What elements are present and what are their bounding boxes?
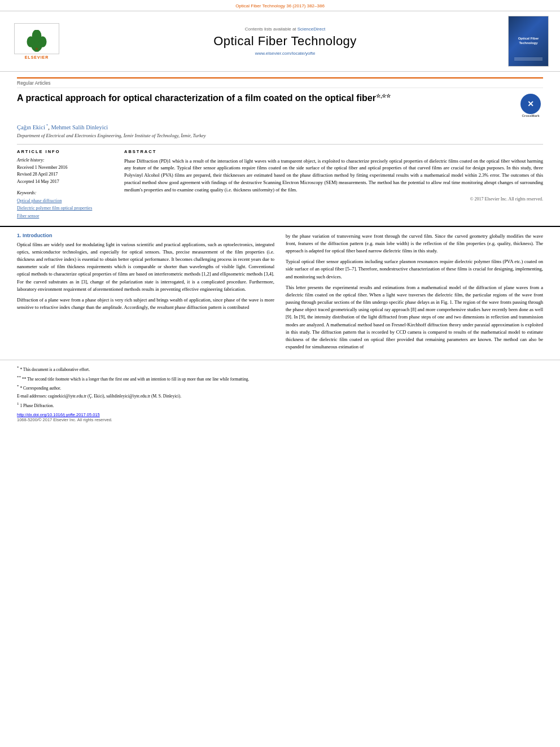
body-section: 1. Introduction Optical films are widely… <box>0 226 560 355</box>
cover-line1: Optical Fiber <box>518 37 539 40</box>
abstract-text: Phase Diffraction (PD)1 which is a resul… <box>124 158 543 194</box>
cover-decoration <box>509 58 548 60</box>
cover-line-deco <box>514 60 542 60</box>
crossmark-label: CrossMark <box>522 114 539 119</box>
footnote-text-3: * Corresponding author. <box>20 386 61 391</box>
keyword-1[interactable]: Optical phase diffraction <box>17 197 113 205</box>
intro-para-1: Optical films are widely used for modula… <box>17 241 274 293</box>
footnote-4: E-mail addresses: caginekici@iyte.edu.tr… <box>17 393 543 400</box>
divider-1 <box>17 144 543 145</box>
body-right-para-2: Typical optical fiber sensor application… <box>286 258 543 281</box>
tree-icon <box>20 30 54 54</box>
title-text: A practical approach for optical charact… <box>17 93 513 104</box>
fn-sym-5: 1 <box>17 401 19 406</box>
journal-url: www.elsevier.com/locate/yofte <box>62 51 508 56</box>
main-title: A practical approach for optical charact… <box>17 93 376 103</box>
cover-line-deco <box>514 59 542 59</box>
keyword-3[interactable]: Fiber sensor <box>17 212 113 220</box>
cover-title: Optical Fiber Technology <box>518 37 539 46</box>
authors-line: Çağın Ekici *, Mehmet Salih Dinleyici <box>17 123 543 130</box>
article-section: Regular Articles A practical approach fo… <box>0 72 560 220</box>
author-2-link[interactable]: Mehmet Salih Dinleyici <box>51 124 108 130</box>
footnote-3: * * Corresponding author. <box>17 383 543 392</box>
cover-line2: Technology <box>519 41 537 45</box>
doi-text: Optical Fiber Technology 36 (2017) 382–3… <box>235 3 325 8</box>
footnote-2: ** ** The second title footnote which is… <box>17 374 543 383</box>
doi-bar: Optical Fiber Technology 36 (2017) 382–3… <box>0 0 560 11</box>
journal-header: ELSEVIER Contents lists available at Sci… <box>0 11 560 72</box>
footnote-text-1: * This document is a collaborative effor… <box>20 367 90 372</box>
history-received: Received 1 November 2016 <box>17 164 113 172</box>
science-direct-prefix: Contents lists available at <box>245 27 298 32</box>
author-1-link[interactable]: Çağın Ekici <box>17 124 45 130</box>
cover-line-deco <box>514 58 542 58</box>
logo-image <box>14 23 59 54</box>
keywords-label: Keywords: <box>17 190 113 195</box>
section-label: Regular Articles <box>17 77 543 88</box>
fn-sym-2: ** <box>17 375 21 379</box>
intro-para-2: Diffraction of a plane wave from a phase… <box>17 296 274 311</box>
journal-title: Optical Fiber Technology <box>62 34 508 49</box>
abstract-header: ABSTRACT <box>124 149 543 154</box>
footnote-text-5: 1 Phase Diffraction. <box>20 403 54 408</box>
svg-point-5 <box>36 48 38 50</box>
fn-sym-1: * <box>17 365 19 370</box>
elsevier-logo: ELSEVIER <box>11 23 62 59</box>
page-container: Optical Fiber Technology 36 (2017) 382–3… <box>0 0 560 747</box>
keywords-section: Keywords: Optical phase diffraction Diel… <box>17 190 113 220</box>
issn-footer: 1068-5200/© 2017 Elsevier Inc. All right… <box>17 417 543 422</box>
footnote-text-4: E-mail addresses: caginekici@iyte.edu.tr… <box>17 394 181 399</box>
copyright-text: © 2017 Elsevier Inc. All rights reserved… <box>124 196 543 202</box>
crossmark-badge[interactable]: ✕ CrossMark <box>518 94 543 119</box>
article-history: Article history: Received 1 November 201… <box>17 158 113 186</box>
keyword-2[interactable]: Dielectric polymer film optical properti… <box>17 204 113 212</box>
footnote-1: * * This document is a collaborative eff… <box>17 365 543 373</box>
article-title-block: A practical approach for optical charact… <box>17 93 543 119</box>
footnote-text-2: ** The second title footnote which is a … <box>22 376 249 381</box>
doi-link[interactable]: http://dx.doi.org/10.1016/j.yofte.2017.0… <box>17 412 100 417</box>
science-direct-line: Contents lists available at ScienceDirec… <box>62 27 508 32</box>
body-right-para-1: by the phase variation of transversing w… <box>286 233 543 255</box>
body-columns: 1. Introduction Optical films are widely… <box>0 233 560 355</box>
doi-footer[interactable]: http://dx.doi.org/10.1016/j.yofte.2017.0… <box>17 412 543 417</box>
svg-point-4 <box>32 30 42 42</box>
crossmark-circle: ✕ <box>520 94 541 114</box>
body-right-para-3: This letter presents the experimental re… <box>286 284 543 351</box>
history-accepted: Accepted 14 May 2017 <box>17 178 113 186</box>
abstract-body: Phase Diffraction (PD)1 which is a resul… <box>124 158 543 193</box>
history-label: Article history: <box>17 158 113 163</box>
crossmark-icon: ✕ <box>527 99 534 109</box>
affiliation: Department of Electrical and Electronics… <box>17 133 543 138</box>
science-direct-link[interactable]: ScienceDirect <box>298 27 325 32</box>
author-1-sup: * <box>45 123 48 128</box>
journal-cover: Optical Fiber Technology <box>508 16 549 67</box>
footer-section: * * This document is a collaborative eff… <box>0 360 560 422</box>
journal-center: Contents lists available at ScienceDirec… <box>62 27 508 56</box>
body-col-right: by the phase variation of transversing w… <box>286 233 543 355</box>
info-abstract-cols: ARTICLE INFO Article history: Received 1… <box>17 149 543 220</box>
body-col-left: 1. Introduction Optical films are widely… <box>17 233 274 355</box>
intro-heading: 1. Introduction <box>17 233 274 238</box>
abstract-col: ABSTRACT Phase Diffraction (PD)1 which i… <box>124 149 543 220</box>
footnote-5: 1 1 Phase Diffraction. <box>17 401 543 409</box>
history-revised: Revised 28 April 2017 <box>17 171 113 178</box>
article-info-col: ARTICLE INFO Article history: Received 1… <box>17 149 113 220</box>
title-stars: ☆,☆☆ <box>376 93 391 99</box>
article-info-header: ARTICLE INFO <box>17 149 113 154</box>
fn-sym-3: * <box>17 384 19 388</box>
elsevier-label: ELSEVIER <box>25 55 49 59</box>
